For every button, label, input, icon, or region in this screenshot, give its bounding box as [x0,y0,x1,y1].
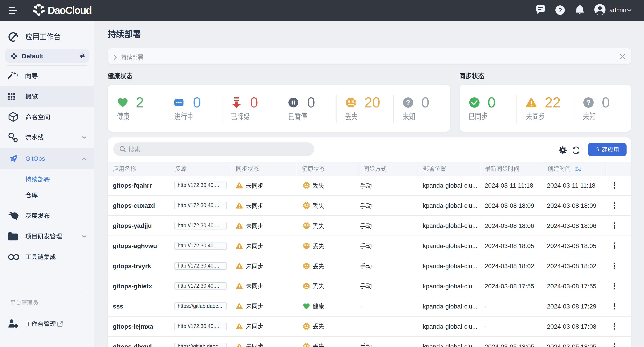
svg-text:?: ? [586,99,590,107]
svg-text:?: ? [406,99,410,107]
svg-text:?: ? [558,7,562,14]
